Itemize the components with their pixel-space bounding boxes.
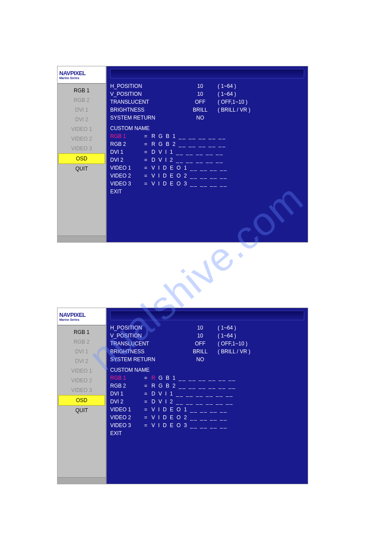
setting-name: SYSTEM RETURN	[110, 115, 183, 121]
setting-name: V_POSITION	[110, 91, 183, 97]
menu-rgb2[interactable]: RGB 2	[58, 337, 106, 347]
custom-row[interactable]: VIDEO 1=V I D E O 1 __ __ __ __	[110, 164, 304, 172]
equals-icon: =	[143, 422, 149, 428]
setting-value: 10	[183, 91, 218, 97]
menu-video3[interactable]: VIDEO 3	[58, 385, 106, 395]
custom-row[interactable]: RGB 2=R G B 2 __ __ __ __ __ __	[110, 382, 304, 390]
setting-name: H_POSITION	[110, 83, 183, 89]
setting-row[interactable]: TRANSLUCENTOFF( OFF,1~10 )	[110, 340, 304, 348]
exit-row[interactable]: EXIT	[110, 429, 304, 437]
equals-icon: =	[143, 141, 149, 147]
menu-rgb1[interactable]: RGB 1	[58, 86, 106, 95]
setting-value: BRILL	[183, 348, 218, 355]
custom-label: DVI 2	[110, 157, 140, 163]
equals-icon: =	[143, 414, 149, 421]
setting-row[interactable]: H_POSITION10( 1~64 )	[110, 324, 304, 332]
menu-quit[interactable]: QUIT	[58, 164, 106, 174]
setting-name: H_POSITION	[110, 325, 183, 331]
menu-video1[interactable]: VIDEO 1	[58, 124, 106, 134]
setting-value: 10	[183, 83, 218, 89]
osd-panel-2: NAVPIXEL Marine Series RGB 1 RGB 2 DVI 1…	[57, 308, 308, 484]
brand-logo: NAVPIXEL Marine Series	[58, 66, 106, 84]
custom-name-title: CUSTOM NAME	[110, 363, 304, 374]
custom-row[interactable]: VIDEO 2=V I D E O 2 __ __ __ __	[110, 414, 304, 421]
setting-row[interactable]: SYSTEM RETURNNO	[110, 355, 304, 363]
setting-value: OFF	[183, 341, 218, 347]
setting-row[interactable]: V_POSITION10( 1~64 )	[110, 90, 304, 98]
setting-row[interactable]: BRIGHTNESSBRILL( BRILL / VR )	[110, 106, 304, 114]
custom-label: RGB 2	[110, 383, 140, 389]
menu-video2[interactable]: VIDEO 2	[58, 134, 106, 144]
custom-row[interactable]: RGB 1=R G B 1 __ __ __ __ __	[110, 132, 304, 140]
menu-rgb2[interactable]: RGB 2	[58, 95, 106, 105]
custom-row[interactable]: DVI 1=D V I 1 __ __ __ __ __	[110, 148, 304, 156]
equals-icon: =	[143, 165, 149, 171]
sidebar-footer	[58, 477, 106, 484]
setting-name: TRANSLUCENT	[110, 99, 183, 105]
custom-row[interactable]: DVI 2=D V I 2 __ __ __ __ __ __	[110, 398, 304, 406]
setting-row[interactable]: H_POSITION10( 1~64 )	[110, 82, 304, 90]
setting-row[interactable]: SYSTEM RETURNNO	[110, 114, 304, 122]
custom-value: D V I 1 __ __ __ __ __ __	[151, 391, 304, 397]
equals-icon: =	[143, 406, 149, 413]
header-bar	[110, 311, 304, 320]
menu-osd[interactable]: OSD	[58, 395, 105, 406]
custom-value: V I D E O 1 __ __ __ __	[151, 165, 304, 171]
custom-row[interactable]: VIDEO 1=V I D E O 1 __ __ __ __	[110, 406, 304, 414]
exit-row[interactable]: EXIT	[110, 188, 304, 196]
brand-series: Marine Series	[59, 76, 104, 80]
menu-osd[interactable]: OSD	[58, 153, 105, 164]
custom-label: DVI 1	[110, 391, 140, 397]
osd-panel-1: NAVPIXEL Marine Series RGB 1 RGB 2 DVI 1…	[57, 66, 308, 243]
setting-value: 10	[183, 333, 218, 339]
custom-value: R G B 1 __ __ __ __ __ __	[151, 375, 304, 381]
custom-label: VIDEO 1	[110, 406, 140, 413]
custom-row[interactable]: VIDEO 3=V I D E O 3 __ __ __ __	[110, 421, 304, 429]
equals-icon: =	[143, 157, 149, 163]
setting-range: ( OFF,1~10 )	[218, 99, 304, 105]
menu-video2[interactable]: VIDEO 2	[58, 376, 106, 385]
equals-icon: =	[143, 181, 149, 187]
setting-row[interactable]: TRANSLUCENTOFF( OFF,1~10 )	[110, 98, 304, 106]
menu-dvi1[interactable]: DVI 1	[58, 105, 106, 115]
setting-row[interactable]: BRIGHTNESSBRILL( BRILL / VR )	[110, 348, 304, 355]
menu-list: RGB 1 RGB 2 DVI 1 DVI 2 VIDEO 1 VIDEO 2 …	[58, 326, 106, 477]
custom-label: DVI 2	[110, 399, 140, 405]
custom-row[interactable]: VIDEO 3=V I D E O 3 __ __ __ __	[110, 180, 304, 188]
custom-label: DVI 1	[110, 149, 140, 155]
sidebar: NAVPIXEL Marine Series RGB 1 RGB 2 DVI 1…	[58, 66, 107, 242]
custom-value: D V I 1 __ __ __ __ __	[151, 149, 304, 155]
setting-range: ( 1~64 )	[218, 83, 304, 89]
setting-value: 10	[183, 325, 218, 331]
setting-value: NO	[183, 356, 218, 363]
setting-name: BRIGHTNESS	[110, 107, 183, 113]
custom-row[interactable]: DVI 2=D V I 2 __ __ __ __ __	[110, 156, 304, 164]
custom-value: R G B 2 __ __ __ __ __ __	[151, 383, 304, 389]
setting-row[interactable]: V_POSITION10( 1~64 )	[110, 332, 304, 340]
menu-video3[interactable]: VIDEO 3	[58, 144, 106, 153]
setting-name: V_POSITION	[110, 333, 183, 339]
custom-label: VIDEO 2	[110, 173, 140, 179]
exit-label: EXIT	[110, 189, 140, 195]
menu-video1[interactable]: VIDEO 1	[58, 366, 106, 376]
custom-label: VIDEO 1	[110, 165, 140, 171]
custom-row[interactable]: RGB 2=R G B 2 __ __ __ __ __	[110, 140, 304, 148]
menu-quit[interactable]: QUIT	[58, 406, 106, 415]
menu-dvi2[interactable]: DVI 2	[58, 356, 106, 366]
custom-label: VIDEO 2	[110, 414, 140, 421]
content-area: H_POSITION10( 1~64 ) V_POSITION10( 1~64 …	[107, 66, 308, 242]
custom-row[interactable]: RGB 1=R G B 1 __ __ __ __ __ __	[110, 374, 304, 382]
custom-value: V I D E O 2 __ __ __ __	[151, 414, 304, 421]
menu-dvi2[interactable]: DVI 2	[58, 115, 106, 124]
custom-row[interactable]: DVI 1=D V I 1 __ __ __ __ __ __	[110, 390, 304, 398]
custom-value: V I D E O 2 __ __ __ __	[151, 173, 304, 179]
setting-range	[218, 356, 304, 363]
brand-name: NAVPIXEL	[59, 70, 104, 76]
setting-value: OFF	[183, 99, 218, 105]
setting-range: ( 1~64 )	[218, 333, 304, 339]
menu-rgb1[interactable]: RGB 1	[58, 327, 106, 337]
custom-row[interactable]: VIDEO 2=V I D E O 2 __ __ __ __	[110, 172, 304, 180]
setting-range: ( BRILL / VR )	[218, 348, 304, 355]
custom-label: RGB 2	[110, 141, 140, 147]
menu-dvi1[interactable]: DVI 1	[58, 347, 106, 356]
